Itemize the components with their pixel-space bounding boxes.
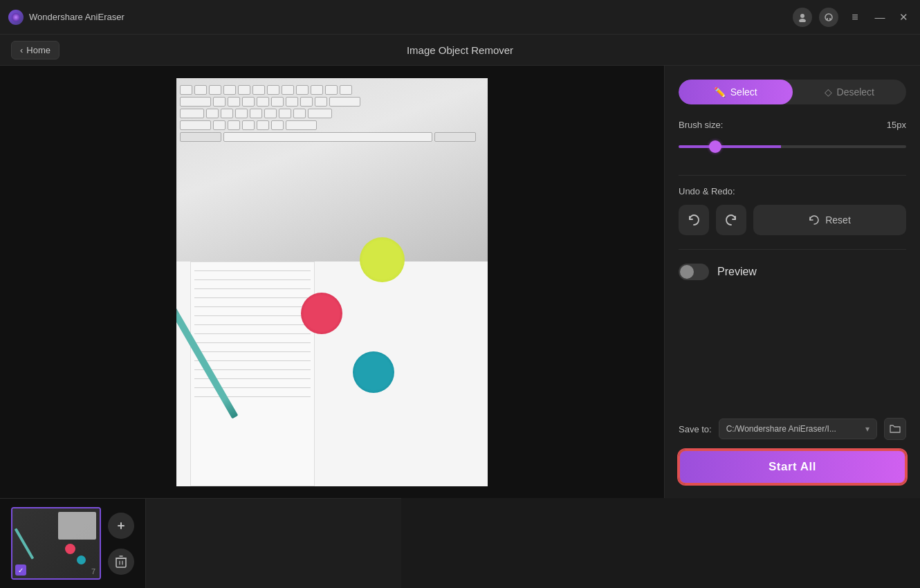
menu-icon[interactable]: ≡ [845,8,865,27]
avatar-icon[interactable] [793,8,812,27]
home-button[interactable]: ‹ Home [11,41,59,59]
filmstrip-mini-badge2 [77,555,86,564]
deselect-label: Deselect [837,86,874,98]
filmstrip-item[interactable]: ✓ 7 [11,507,101,580]
brush-size-section: Brush size: 15px [679,120,906,151]
redo-button[interactable] [716,205,746,235]
save-path-value: C:/Wondershare AniEraser/I... [726,424,836,434]
preview-label: Preview [717,266,757,278]
bottom-bar: ✓ 7 [0,498,920,588]
save-to-label: Save to: [679,424,712,434]
home-label: Home [26,45,50,55]
svg-point-3 [825,14,832,21]
back-icon: ‹ [20,45,23,55]
divider-2 [679,249,906,250]
brush-size-slider[interactable] [679,145,906,148]
select-toggle: ✏️ Select ◇ Deselect [679,80,906,104]
undo-redo-label: Undo & Redo: [679,186,735,196]
brush-icon: ✏️ [714,86,726,98]
badge-yellow [360,237,405,282]
reset-label: Reset [825,214,851,226]
chevron-down-icon: ▾ [865,424,870,434]
filmstrip-check: ✓ [15,564,26,576]
badge-pink [301,293,342,334]
close-button[interactable]: ✕ [895,9,912,26]
deselect-button[interactable]: ◇ Deselect [793,80,907,104]
svg-point-2 [799,19,806,22]
add-file-button[interactable] [108,513,134,539]
undo-redo-section: Undo & Redo: [679,186,906,235]
headset-icon[interactable] [819,8,838,27]
start-all-label: Start All [769,460,816,473]
page-title: Image Object Remover [407,44,513,56]
app-logo [8,10,24,25]
filmstrip-mini-keyboard [58,512,96,540]
bottom-section: Save to: C:/Wondershare AniEraser/I... ▾… [679,418,906,484]
nav-bar: ‹ Home Image Object Remover [0,35,920,66]
brush-size-value: 15px [887,120,906,130]
svg-rect-9 [116,558,126,567]
main-area: ✏️ Select ◇ Deselect Brush size: 15px Un… [0,66,920,498]
toggle-knob [680,265,694,279]
svg-rect-4 [827,18,828,20]
image-canvas[interactable] [176,78,488,486]
delete-file-button[interactable] [108,549,134,575]
preview-section: Preview [679,264,906,280]
title-bar: Wondershare AniEraser ≡ — ✕ [0,0,920,35]
preview-toggle[interactable] [679,264,709,280]
select-label: Select [730,86,757,98]
right-panel: ✏️ Select ◇ Deselect Brush size: 15px Un… [664,66,920,498]
brush-size-label: Brush size: [679,120,723,130]
filmstrip-controls [108,513,134,575]
badge-teal [353,351,394,393]
minimize-button[interactable]: — [872,9,888,26]
start-all-button[interactable]: Start All [679,450,906,484]
window-controls: ≡ — ✕ [793,8,912,27]
canvas-area[interactable] [0,66,664,498]
filmstrip-mini-pen [15,528,34,559]
app-name: Wondershare AniEraser [29,12,793,22]
eraser-icon: ◇ [825,86,832,98]
save-path-select[interactable]: C:/Wondershare AniEraser/I... ▾ [719,419,877,439]
svg-point-1 [800,14,804,18]
select-button[interactable]: ✏️ Select [679,80,793,104]
folder-button[interactable] [884,418,906,440]
filmstrip-number: 7 [91,567,95,576]
save-to-row: Save to: C:/Wondershare AniEraser/I... ▾ [679,418,906,440]
filmstrip-right-spacer [145,498,401,588]
keyboard-image [176,78,488,262]
divider-1 [679,175,906,176]
reset-button[interactable]: Reset [753,205,906,235]
svg-point-0 [12,13,20,21]
filmstrip: ✓ 7 [0,498,145,588]
svg-rect-5 [829,18,831,20]
undo-button[interactable] [679,205,709,235]
filmstrip-mini-badge1 [65,544,75,554]
